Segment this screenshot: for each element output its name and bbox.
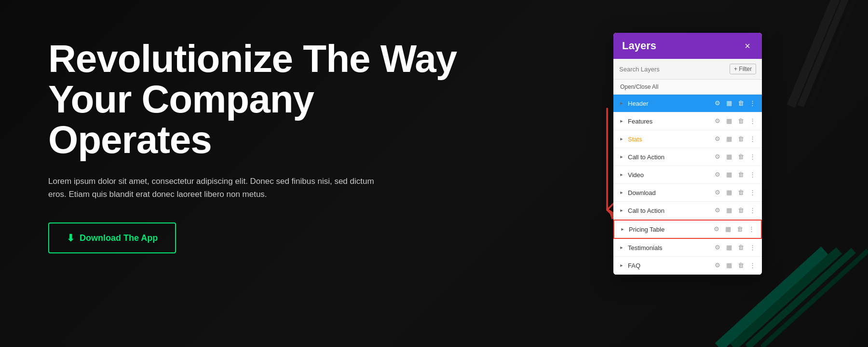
layer-delete-pricing-table[interactable]: 🗑 xyxy=(735,224,745,234)
layer-expand-download[interactable]: ► xyxy=(618,189,625,196)
hero-title: Revolutionize The Way Your Company Opera… xyxy=(48,39,463,160)
layer-settings-call-to-action-1[interactable]: ⚙ xyxy=(713,152,722,162)
layer-expand-stats[interactable]: ► xyxy=(618,136,625,142)
download-label: Download The App xyxy=(80,233,158,243)
layer-item-header[interactable]: ► Header ⚙ ▦ 🗑 ⋮ xyxy=(613,95,762,112)
layer-more-stats[interactable]: ⋮ xyxy=(747,134,757,144)
layer-duplicate-call-to-action-2[interactable]: ▦ xyxy=(724,206,734,215)
layer-actions-stats: ⚙ ▦ 🗑 ⋮ xyxy=(713,134,757,144)
layer-item-download[interactable]: ► Download ⚙ ▦ 🗑 ⋮ xyxy=(613,184,762,202)
layer-settings-testimonials[interactable]: ⚙ xyxy=(713,243,722,252)
layers-close-button[interactable]: × xyxy=(742,40,753,52)
layer-delete-testimonials[interactable]: 🗑 xyxy=(736,243,746,252)
layer-actions-testimonials: ⚙ ▦ 🗑 ⋮ xyxy=(713,243,757,252)
layer-duplicate-call-to-action-1[interactable]: ▦ xyxy=(724,152,734,162)
hero-description: Lorem ipsum dolor sit amet, consectetur … xyxy=(48,175,376,201)
layer-settings-features[interactable]: ⚙ xyxy=(713,116,722,126)
layer-item-call-to-action-2[interactable]: ► Call to Action ⚙ ▦ 🗑 ⋮ xyxy=(613,202,762,220)
layers-search-input[interactable] xyxy=(619,66,726,73)
layer-delete-video[interactable]: 🗑 xyxy=(736,170,746,180)
download-button[interactable]: ⬇ Download The App xyxy=(48,222,176,253)
layer-actions-call-to-action-2: ⚙ ▦ 🗑 ⋮ xyxy=(713,206,757,215)
layer-actions-header: ⚙ ▦ 🗑 ⋮ xyxy=(713,98,757,108)
layer-settings-faq[interactable]: ⚙ xyxy=(713,261,722,270)
layer-delete-features[interactable]: 🗑 xyxy=(736,116,746,126)
layer-item-pricing-table[interactable]: ► Pricing Table ⚙ ▦ 🗑 ⋮ xyxy=(613,220,762,239)
layers-panel: Layers × + Filter Open/Close All ► Heade… xyxy=(613,33,762,275)
layer-more-testimonials[interactable]: ⋮ xyxy=(747,243,757,252)
layer-delete-stats[interactable]: 🗑 xyxy=(736,134,746,144)
layer-actions-features: ⚙ ▦ 🗑 ⋮ xyxy=(713,116,757,126)
layer-more-header[interactable]: ⋮ xyxy=(747,98,757,108)
layers-filter-button[interactable]: + Filter xyxy=(730,64,756,74)
layer-delete-call-to-action-2[interactable]: 🗑 xyxy=(736,206,746,215)
layer-actions-call-to-action-1: ⚙ ▦ 🗑 ⋮ xyxy=(713,152,757,162)
layers-open-close-toggle[interactable]: Open/Close All xyxy=(613,80,762,95)
layer-settings-download[interactable]: ⚙ xyxy=(713,188,722,197)
layer-expand-testimonials[interactable]: ► xyxy=(618,244,625,251)
layer-duplicate-pricing-table[interactable]: ▦ xyxy=(723,224,733,234)
layer-more-video[interactable]: ⋮ xyxy=(747,170,757,180)
layer-name-header: Header xyxy=(628,100,710,107)
layer-expand-faq[interactable]: ► xyxy=(618,262,625,269)
layer-actions-download: ⚙ ▦ 🗑 ⋮ xyxy=(713,188,757,197)
layer-delete-call-to-action-1[interactable]: 🗑 xyxy=(736,152,746,162)
hero-section: Revolutionize The Way Your Company Opera… xyxy=(48,39,463,253)
layer-item-features[interactable]: ► Features ⚙ ▦ 🗑 ⋮ xyxy=(613,112,762,130)
layer-actions-faq: ⚙ ▦ 🗑 ⋮ xyxy=(713,261,757,270)
layer-item-stats[interactable]: ► Stats ⚙ ▦ 🗑 ⋮ xyxy=(613,130,762,148)
layers-panel-title: Layers xyxy=(622,40,656,52)
layer-duplicate-testimonials[interactable]: ▦ xyxy=(724,243,734,252)
layer-item-video[interactable]: ► Video ⚙ ▦ 🗑 ⋮ xyxy=(613,166,762,184)
layer-actions-pricing-table: ⚙ ▦ 🗑 ⋮ xyxy=(712,224,756,234)
layers-header: Layers × xyxy=(613,33,762,59)
layer-name-call-to-action-1: Call to Action xyxy=(628,153,710,161)
layer-expand-call-to-action-2[interactable]: ► xyxy=(618,207,625,214)
layer-expand-call-to-action-1[interactable]: ► xyxy=(618,153,625,160)
layer-settings-pricing-table[interactable]: ⚙ xyxy=(712,224,721,234)
layer-delete-download[interactable]: 🗑 xyxy=(736,188,746,197)
layer-item-call-to-action-1[interactable]: ► Call to Action ⚙ ▦ 🗑 ⋮ xyxy=(613,148,762,166)
layer-item-testimonials[interactable]: ► Testimonials ⚙ ▦ 🗑 ⋮ xyxy=(613,239,762,257)
layer-expand-features[interactable]: ► xyxy=(618,118,625,125)
layer-duplicate-download[interactable]: ▦ xyxy=(724,188,734,197)
layer-name-stats: Stats xyxy=(628,136,710,143)
layer-duplicate-video[interactable]: ▦ xyxy=(724,170,734,180)
layer-expand-pricing-table[interactable]: ► xyxy=(619,226,626,233)
layer-more-faq[interactable]: ⋮ xyxy=(747,261,757,270)
layer-item-faq[interactable]: ► FAQ ⚙ ▦ 🗑 ⋮ xyxy=(613,257,762,275)
layers-list: ► Header ⚙ ▦ 🗑 ⋮ ► Features ⚙ ▦ 🗑 ⋮ ► St… xyxy=(613,95,762,275)
layers-search-row: + Filter xyxy=(613,59,762,80)
layer-expand-header[interactable]: ► xyxy=(618,100,625,107)
layer-settings-video[interactable]: ⚙ xyxy=(713,170,722,180)
layer-more-call-to-action-2[interactable]: ⋮ xyxy=(747,206,757,215)
layer-duplicate-features[interactable]: ▦ xyxy=(724,116,734,126)
layer-settings-stats[interactable]: ⚙ xyxy=(713,134,722,144)
layer-name-testimonials: Testimonials xyxy=(628,244,710,251)
layer-more-features[interactable]: ⋮ xyxy=(747,116,757,126)
layer-name-download: Download xyxy=(628,189,710,196)
layer-name-features: Features xyxy=(628,118,710,125)
layer-more-download[interactable]: ⋮ xyxy=(747,188,757,197)
layer-actions-video: ⚙ ▦ 🗑 ⋮ xyxy=(713,170,757,180)
layer-name-video: Video xyxy=(628,171,710,179)
layer-more-pricing-table[interactable]: ⋮ xyxy=(746,224,756,234)
layer-name-call-to-action-2: Call to Action xyxy=(628,207,710,214)
layer-settings-header[interactable]: ⚙ xyxy=(713,98,722,108)
layer-settings-call-to-action-2[interactable]: ⚙ xyxy=(713,206,722,215)
layer-name-faq: FAQ xyxy=(628,262,710,269)
layer-delete-faq[interactable]: 🗑 xyxy=(736,261,746,270)
download-icon: ⬇ xyxy=(67,232,75,244)
layer-more-call-to-action-1[interactable]: ⋮ xyxy=(747,152,757,162)
layer-name-pricing-table: Pricing Table xyxy=(629,226,709,233)
layer-delete-header[interactable]: 🗑 xyxy=(736,98,746,108)
layer-duplicate-header[interactable]: ▦ xyxy=(724,98,734,108)
layer-expand-video[interactable]: ► xyxy=(618,171,625,178)
layer-duplicate-stats[interactable]: ▦ xyxy=(724,134,734,144)
layer-duplicate-faq[interactable]: ▦ xyxy=(724,261,734,270)
